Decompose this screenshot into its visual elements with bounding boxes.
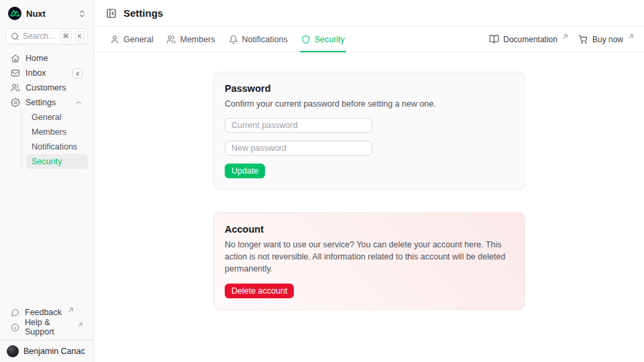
book-open-icon (489, 34, 499, 44)
documentation-label: Documentation (503, 35, 557, 44)
page-title: Settings (123, 7, 163, 19)
sidebar-item-home[interactable]: Home (5, 51, 88, 66)
sidebar-item-label: Home (25, 54, 48, 63)
kbd-k: K (75, 31, 85, 41)
settings-subnav: General Members Notifications Security (21, 110, 88, 169)
help-support-label: Help & Support (25, 318, 72, 337)
external-link-icon (78, 322, 83, 327)
page-header: Settings (94, 0, 644, 27)
chevron-up-icon (74, 99, 83, 107)
external-link-icon (563, 34, 568, 39)
update-password-button[interactable]: Update (225, 164, 265, 178)
users-icon (11, 83, 20, 93)
nuxt-logo-icon (8, 7, 21, 20)
tab-label: Notifications (242, 35, 288, 44)
chevrons-up-down-icon (78, 9, 87, 18)
users-icon (166, 35, 176, 44)
sidebar-item-label: Inbox (25, 68, 46, 78)
tabs: General Members Notifications Securi (110, 27, 345, 52)
new-password-field[interactable] (225, 141, 372, 156)
tab-notifications[interactable]: Notifications (229, 27, 288, 52)
collapse-sidebar-icon[interactable] (106, 8, 117, 19)
shopping-cart-icon (578, 34, 588, 44)
sidebar-item-label: Customers (25, 83, 66, 93)
account-card-title: Account (225, 224, 513, 235)
main-panel: Settings General Members Notifi (94, 0, 644, 362)
password-card-description: Confirm your current password before set… (225, 98, 513, 110)
tab-label: General (123, 35, 153, 44)
workspace-switcher[interactable]: Nuxt (0, 0, 93, 26)
user-icon (110, 35, 119, 44)
documentation-link[interactable]: Documentation (489, 34, 568, 44)
password-card: Password Confirm your current password b… (213, 72, 525, 190)
user-name: Benjamin Canac (23, 347, 85, 356)
search-placeholder: Search... (23, 32, 56, 41)
help-support-link[interactable]: Help & Support (5, 320, 88, 335)
sidebar-item-members[interactable]: Members (26, 125, 88, 139)
sidebar-item-customers[interactable]: Customers (5, 80, 88, 95)
sidebar-item-settings[interactable]: Settings (5, 95, 88, 110)
mail-icon (11, 68, 20, 78)
sidebar: Nuxt Search... ⌘ K Home Inbox 4 (0, 0, 94, 362)
sidebar-item-security[interactable]: Security (26, 154, 88, 169)
sidebar-item-label: Settings (25, 98, 56, 107)
user-menu[interactable]: Benjamin Canac (0, 340, 93, 362)
delete-account-button[interactable]: Delete account (225, 284, 294, 298)
buy-now-label: Buy now (592, 35, 623, 44)
header-links: Documentation Buy now (489, 34, 633, 44)
sidebar-nav: Home Inbox 4 Customers Settings (0, 51, 93, 110)
password-card-title: Password (225, 83, 513, 94)
info-icon (11, 323, 19, 332)
sidebar-footer-links: Feedback Help & Support (0, 305, 93, 340)
inbox-count-badge: 4 (72, 68, 83, 78)
settings-tabbar: General Members Notifications Securi (94, 27, 644, 52)
bell-icon (229, 35, 238, 44)
sidebar-spacer (0, 169, 93, 305)
kbd-meta: ⌘ (60, 31, 72, 41)
settings-security-content: Password Confirm your current password b… (94, 52, 644, 362)
sidebar-item-general[interactable]: General (26, 110, 88, 125)
tab-label: Members (180, 35, 215, 44)
avatar (7, 345, 19, 357)
search-icon (11, 32, 19, 41)
account-card: Account No longer want to use our servic… (213, 213, 525, 309)
feedback-label: Feedback (25, 308, 62, 317)
tab-members[interactable]: Members (166, 27, 215, 52)
sidebar-item-notifications[interactable]: Notifications (26, 139, 88, 154)
external-link-icon (68, 308, 73, 312)
workspace-name: Nuxt (26, 9, 73, 19)
message-circle-icon (11, 308, 19, 317)
tab-general[interactable]: General (110, 27, 153, 52)
gear-icon (11, 98, 20, 107)
home-icon (11, 54, 20, 63)
current-password-field[interactable] (225, 118, 372, 133)
shield-icon (301, 35, 311, 44)
sidebar-item-inbox[interactable]: Inbox 4 (5, 66, 88, 80)
tab-label: Security (315, 35, 345, 44)
external-link-icon (629, 34, 633, 39)
search-input[interactable]: Search... ⌘ K (5, 28, 88, 44)
tab-security[interactable]: Security (301, 27, 345, 52)
buy-now-link[interactable]: Buy now (578, 34, 633, 44)
account-card-description: No longer want to use our service? You c… (225, 239, 513, 275)
